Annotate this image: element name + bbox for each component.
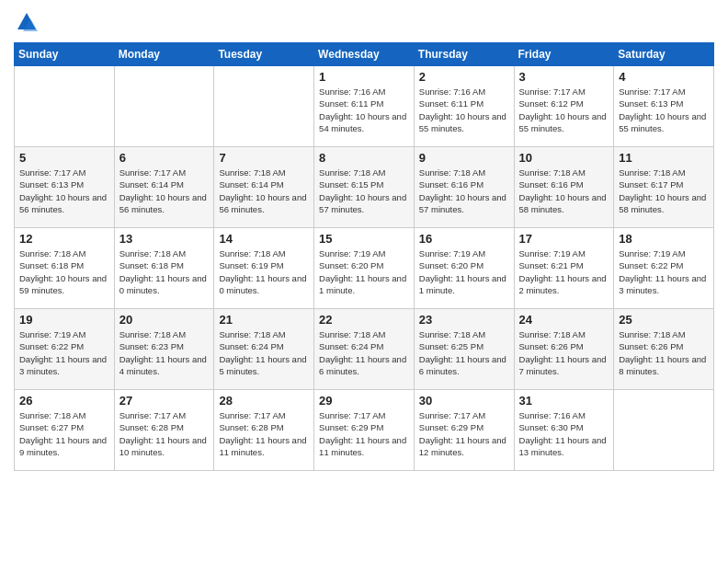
day-info: Sunrise: 7:18 AM Sunset: 6:26 PM Dayligh… — [519, 328, 609, 377]
logo-icon — [14, 9, 40, 35]
day-info: Sunrise: 7:19 AM Sunset: 6:20 PM Dayligh… — [319, 247, 409, 296]
day-number: 6 — [119, 151, 210, 165]
calendar-cell: 3Sunrise: 7:17 AM Sunset: 6:12 PM Daylig… — [514, 66, 614, 147]
weekday-header: Thursday — [414, 43, 514, 66]
day-number: 3 — [519, 70, 609, 84]
day-info: Sunrise: 7:17 AM Sunset: 6:29 PM Dayligh… — [319, 409, 409, 458]
day-info: Sunrise: 7:17 AM Sunset: 6:28 PM Dayligh… — [119, 409, 210, 458]
calendar-cell — [214, 66, 314, 147]
day-number: 18 — [619, 232, 709, 246]
calendar-cell: 4Sunrise: 7:17 AM Sunset: 6:13 PM Daylig… — [614, 66, 714, 147]
calendar-cell — [614, 390, 714, 471]
day-number: 19 — [19, 313, 109, 327]
day-number: 1 — [319, 70, 409, 84]
day-info: Sunrise: 7:16 AM Sunset: 6:11 PM Dayligh… — [319, 86, 409, 134]
calendar-cell: 25Sunrise: 7:18 AM Sunset: 6:26 PM Dayli… — [614, 309, 714, 390]
header — [14, 9, 714, 35]
calendar-cell: 18Sunrise: 7:19 AM Sunset: 6:22 PM Dayli… — [614, 228, 714, 309]
calendar-cell: 20Sunrise: 7:18 AM Sunset: 6:23 PM Dayli… — [114, 309, 214, 390]
calendar-cell: 21Sunrise: 7:18 AM Sunset: 6:24 PM Dayli… — [214, 309, 314, 390]
calendar-cell: 29Sunrise: 7:17 AM Sunset: 6:29 PM Dayli… — [314, 390, 415, 471]
calendar-week: 12Sunrise: 7:18 AM Sunset: 6:18 PM Dayli… — [15, 228, 714, 309]
calendar-cell: 2Sunrise: 7:16 AM Sunset: 6:11 PM Daylig… — [414, 66, 514, 147]
day-info: Sunrise: 7:18 AM Sunset: 6:27 PM Dayligh… — [19, 409, 109, 458]
calendar-cell: 1Sunrise: 7:16 AM Sunset: 6:11 PM Daylig… — [314, 66, 415, 147]
calendar-cell: 9Sunrise: 7:18 AM Sunset: 6:16 PM Daylig… — [414, 147, 514, 228]
calendar-cell: 28Sunrise: 7:17 AM Sunset: 6:28 PM Dayli… — [214, 390, 314, 471]
calendar-cell: 11Sunrise: 7:18 AM Sunset: 6:17 PM Dayli… — [614, 147, 714, 228]
day-info: Sunrise: 7:18 AM Sunset: 6:17 PM Dayligh… — [619, 167, 709, 215]
calendar-cell: 12Sunrise: 7:18 AM Sunset: 6:18 PM Dayli… — [15, 228, 115, 309]
day-number: 26 — [19, 394, 109, 408]
day-info: Sunrise: 7:17 AM Sunset: 6:28 PM Dayligh… — [219, 409, 309, 458]
day-number: 28 — [219, 394, 309, 408]
day-number: 29 — [319, 394, 409, 408]
day-number: 10 — [519, 151, 609, 165]
calendar-week: 19Sunrise: 7:19 AM Sunset: 6:22 PM Dayli… — [15, 309, 714, 390]
day-number: 4 — [619, 70, 709, 84]
day-info: Sunrise: 7:18 AM Sunset: 6:23 PM Dayligh… — [119, 328, 210, 377]
day-info: Sunrise: 7:17 AM Sunset: 6:29 PM Dayligh… — [419, 409, 509, 458]
calendar-cell: 16Sunrise: 7:19 AM Sunset: 6:20 PM Dayli… — [414, 228, 514, 309]
calendar-cell: 31Sunrise: 7:16 AM Sunset: 6:30 PM Dayli… — [514, 390, 614, 471]
day-info: Sunrise: 7:18 AM Sunset: 6:24 PM Dayligh… — [219, 328, 309, 377]
day-number: 9 — [419, 151, 509, 165]
day-info: Sunrise: 7:18 AM Sunset: 6:16 PM Dayligh… — [519, 167, 609, 215]
calendar-header: SundayMondayTuesdayWednesdayThursdayFrid… — [15, 43, 714, 66]
weekday-header: Tuesday — [214, 43, 314, 66]
day-number: 23 — [419, 313, 509, 327]
logo — [14, 9, 43, 35]
day-number: 20 — [119, 313, 210, 327]
calendar-cell: 17Sunrise: 7:19 AM Sunset: 6:21 PM Dayli… — [514, 228, 614, 309]
day-number: 8 — [319, 151, 409, 165]
day-number: 16 — [419, 232, 509, 246]
day-number: 11 — [619, 151, 709, 165]
calendar-table: SundayMondayTuesdayWednesdayThursdayFrid… — [14, 42, 714, 471]
calendar-cell: 30Sunrise: 7:17 AM Sunset: 6:29 PM Dayli… — [414, 390, 514, 471]
day-info: Sunrise: 7:16 AM Sunset: 6:30 PM Dayligh… — [519, 409, 609, 458]
day-number: 31 — [519, 394, 609, 408]
day-number: 27 — [119, 394, 210, 408]
calendar-cell: 7Sunrise: 7:18 AM Sunset: 6:14 PM Daylig… — [214, 147, 314, 228]
day-number: 13 — [119, 232, 210, 246]
weekday-header: Monday — [114, 43, 214, 66]
calendar-cell: 8Sunrise: 7:18 AM Sunset: 6:15 PM Daylig… — [314, 147, 415, 228]
calendar-body: 1Sunrise: 7:16 AM Sunset: 6:11 PM Daylig… — [15, 66, 714, 471]
day-info: Sunrise: 7:17 AM Sunset: 6:13 PM Dayligh… — [19, 167, 109, 215]
calendar-week: 26Sunrise: 7:18 AM Sunset: 6:27 PM Dayli… — [15, 390, 714, 471]
day-number: 15 — [319, 232, 409, 246]
calendar-cell — [114, 66, 214, 147]
weekday-row: SundayMondayTuesdayWednesdayThursdayFrid… — [15, 43, 714, 66]
weekday-header: Wednesday — [314, 43, 415, 66]
calendar-week: 1Sunrise: 7:16 AM Sunset: 6:11 PM Daylig… — [15, 66, 714, 147]
day-info: Sunrise: 7:18 AM Sunset: 6:16 PM Dayligh… — [419, 167, 509, 215]
calendar-week: 5Sunrise: 7:17 AM Sunset: 6:13 PM Daylig… — [15, 147, 714, 228]
day-number: 30 — [419, 394, 509, 408]
calendar-cell: 24Sunrise: 7:18 AM Sunset: 6:26 PM Dayli… — [514, 309, 614, 390]
day-number: 7 — [219, 151, 309, 165]
day-info: Sunrise: 7:19 AM Sunset: 6:20 PM Dayligh… — [419, 247, 509, 296]
day-info: Sunrise: 7:18 AM Sunset: 6:25 PM Dayligh… — [419, 328, 509, 377]
day-number: 21 — [219, 313, 309, 327]
calendar-cell: 27Sunrise: 7:17 AM Sunset: 6:28 PM Dayli… — [114, 390, 214, 471]
day-number: 12 — [19, 232, 109, 246]
day-number: 24 — [519, 313, 609, 327]
calendar-cell: 26Sunrise: 7:18 AM Sunset: 6:27 PM Dayli… — [15, 390, 115, 471]
calendar-cell: 10Sunrise: 7:18 AM Sunset: 6:16 PM Dayli… — [514, 147, 614, 228]
day-number: 17 — [519, 232, 609, 246]
day-info: Sunrise: 7:18 AM Sunset: 6:15 PM Dayligh… — [319, 167, 409, 215]
weekday-header: Friday — [514, 43, 614, 66]
day-info: Sunrise: 7:19 AM Sunset: 6:22 PM Dayligh… — [19, 328, 109, 377]
day-number: 22 — [319, 313, 409, 327]
calendar-cell: 14Sunrise: 7:18 AM Sunset: 6:19 PM Dayli… — [214, 228, 314, 309]
calendar-cell: 23Sunrise: 7:18 AM Sunset: 6:25 PM Dayli… — [414, 309, 514, 390]
day-info: Sunrise: 7:18 AM Sunset: 6:26 PM Dayligh… — [619, 328, 709, 377]
calendar-cell: 19Sunrise: 7:19 AM Sunset: 6:22 PM Dayli… — [15, 309, 115, 390]
day-number: 5 — [19, 151, 109, 165]
day-number: 2 — [419, 70, 509, 84]
day-info: Sunrise: 7:17 AM Sunset: 6:14 PM Dayligh… — [119, 167, 210, 215]
calendar-cell — [15, 66, 115, 147]
day-number: 25 — [619, 313, 709, 327]
day-info: Sunrise: 7:17 AM Sunset: 6:12 PM Dayligh… — [519, 86, 609, 134]
day-info: Sunrise: 7:18 AM Sunset: 6:18 PM Dayligh… — [19, 247, 109, 296]
